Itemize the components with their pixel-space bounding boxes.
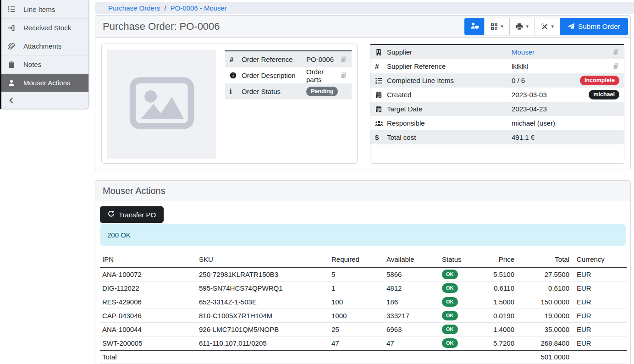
footer-label: Total <box>100 350 197 364</box>
sidebar-item-line-items[interactable]: Line Items <box>0 0 88 18</box>
clipboard-icon <box>7 61 16 68</box>
ok-badge: OK <box>442 311 458 320</box>
detail-row-order-status: i Order Status Pending <box>225 83 352 99</box>
section-title: Mouser Actions <box>103 186 165 196</box>
copy-button[interactable] <box>612 49 619 55</box>
tools-icon <box>541 23 548 30</box>
sidebar: Line Items Received Stock Attachments No… <box>0 0 89 109</box>
detail-row-supplier-reference: # Supplier Reference lklklkl <box>370 59 624 73</box>
cell-required: 5 <box>329 267 384 281</box>
col-header-sku: SKU <box>197 254 329 267</box>
dollar-icon: $ <box>375 133 387 141</box>
cell-price: 1.4000 <box>477 322 515 336</box>
footer-total: 501.0000 <box>515 350 570 364</box>
sidebar-item-label: Line Items <box>23 6 55 13</box>
supplier-link[interactable]: Mouser <box>512 48 535 56</box>
calendar-icon <box>375 91 387 99</box>
cell-ipn: ANA-100044 <box>100 322 197 336</box>
barcode-actions-button[interactable]: ▾ <box>484 18 510 35</box>
detail-label: Total cost <box>387 133 512 141</box>
detail-value: PO-0006 <box>306 55 340 63</box>
caret-down-icon: ▾ <box>526 24 529 29</box>
cell-currency: EUR <box>570 322 627 336</box>
detail-row-responsible: Responsible michael (user) <box>370 116 624 130</box>
cell-price: 1.5000 <box>477 295 515 309</box>
table-row: DIG-112022 595-SN74HCS74QPWRQ1 1 4812 OK… <box>100 281 627 295</box>
sidebar-collapse-button[interactable] <box>0 92 88 109</box>
status-alert: 200 OK <box>100 224 626 246</box>
copy-button[interactable] <box>340 56 347 63</box>
copy-button[interactable] <box>340 72 347 79</box>
cell-available: 4812 <box>384 281 440 295</box>
cell-total: 35.0000 <box>515 322 570 336</box>
cell-total: 19.0000 <box>515 309 570 322</box>
breadcrumb-separator: / <box>164 4 166 12</box>
cell-status: OK <box>440 281 477 295</box>
detail-value: 491.1 € <box>512 133 619 141</box>
breadcrumb-link-purchase-orders[interactable]: Purchase Orders <box>108 4 160 12</box>
cell-ipn: ANA-100072 <box>100 267 197 281</box>
cell-available: 5866 <box>384 267 440 281</box>
detail-label: Order Status <box>242 88 306 95</box>
detail-row-empty <box>370 144 624 154</box>
calendar-icon <box>375 105 387 113</box>
transfer-po-button[interactable]: Transfer PO <box>100 206 164 223</box>
detail-value: lklklkl <box>512 62 612 70</box>
detail-value: michael (user) <box>512 119 619 127</box>
sidebar-item-label: Notes <box>23 61 41 68</box>
col-header-total: Total <box>515 254 570 267</box>
cell-total: 27.5500 <box>515 267 570 281</box>
caret-down-icon: ▾ <box>551 24 554 29</box>
cell-currency: EUR <box>570 295 627 309</box>
order-actions-button[interactable]: ▾ <box>535 18 560 35</box>
cell-price: 0.6110 <box>477 281 515 295</box>
cell-status: OK <box>440 322 477 336</box>
sign-in-icon <box>7 24 16 32</box>
detail-label: Responsible <box>387 119 512 127</box>
detail-row-created: Created 2023-03-03 michael <box>370 88 624 102</box>
purchase-order-card-body: # Order Reference PO-0006 <box>95 38 630 170</box>
table-row: RES-429006 652-3314Z-1-503E 100 186 OK 1… <box>100 295 627 309</box>
cell-required: 1 <box>329 281 384 295</box>
submit-order-button[interactable]: Submit Order <box>560 18 628 35</box>
cell-status: OK <box>440 309 477 322</box>
breadcrumb-link-current[interactable]: PO-0006 - Mouser <box>171 4 227 12</box>
col-header-price: Price <box>477 254 515 267</box>
order-roles-button[interactable] <box>464 18 485 35</box>
table-header-row: IPN SKU Required Available Status Price … <box>100 254 627 267</box>
cell-total: 0.6100 <box>515 281 570 295</box>
detail-label: Supplier Reference <box>387 62 512 70</box>
cell-available: 333217 <box>384 309 440 322</box>
cell-currency: EUR <box>570 309 627 322</box>
cell-sku: 926-LMC7101QM5/NOPB <box>197 322 329 336</box>
print-actions-button[interactable]: ▾ <box>509 18 535 35</box>
cell-ipn: RES-429006 <box>100 295 197 309</box>
order-details-table: # Order Reference PO-0006 <box>225 50 352 158</box>
sidebar-item-mouser-actions[interactable]: Mouser Actions <box>0 73 88 92</box>
sidebar-item-notes[interactable]: Notes <box>0 55 88 73</box>
ok-badge: OK <box>442 338 458 348</box>
ok-badge: OK <box>442 297 458 307</box>
sidebar-item-label: Received Stock <box>23 24 71 32</box>
col-header-currency: Currency <box>570 254 627 267</box>
cell-ipn: SWT-200005 <box>100 336 197 350</box>
copy-button[interactable] <box>612 63 619 70</box>
incomplete-badge: Incomplete <box>580 76 619 86</box>
detail-row-target-date: Target Date 2023-04-23 <box>370 102 624 116</box>
mouser-actions-card: Mouser Actions Transfer PO 200 OK <box>95 180 631 364</box>
caret-down-icon: ▾ <box>501 24 504 29</box>
cell-required: 1000 <box>329 309 384 322</box>
col-header-status: Status <box>440 254 477 267</box>
sidebar-item-received-stock[interactable]: Received Stock <box>0 18 88 37</box>
sidebar-item-attachments[interactable]: Attachments <box>0 37 88 55</box>
detail-label: Created <box>387 91 512 99</box>
order-toolbar: ▾ ▾ ▾ <box>464 18 628 35</box>
page: Line Items Received Stock Attachments No… <box>0 0 634 364</box>
detail-value: 2023-04-23 <box>512 105 619 113</box>
order-image-placeholder[interactable] <box>107 50 216 159</box>
cell-available: 186 <box>384 295 440 309</box>
paperclip-icon <box>7 42 16 50</box>
order-summary-panel: # Order Reference PO-0006 <box>101 44 358 164</box>
table-row: ANA-100072 250-72981KLRATR150B3 5 5866 O… <box>100 267 627 281</box>
cell-ipn: CAP-043046 <box>100 309 197 322</box>
